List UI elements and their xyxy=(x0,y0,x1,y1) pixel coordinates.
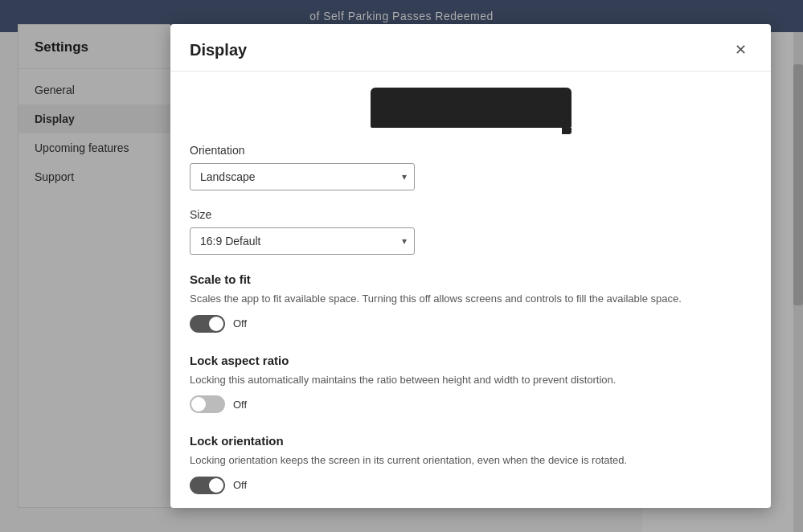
scale-to-fit-title: Scale to fit xyxy=(190,272,752,286)
modal-title: Display xyxy=(190,41,247,59)
size-section: Size 16:9 Default 4:3 16:10 ▾ xyxy=(190,208,752,255)
lock-orientation-toggle-row: Off xyxy=(190,477,752,494)
modal-body: Orientation Landscape Portrait ▾ Size 16… xyxy=(170,72,771,508)
lock-aspect-ratio-title: Lock aspect ratio xyxy=(190,354,752,367)
toggle-knob xyxy=(191,397,206,411)
lock-aspect-ratio-toggle[interactable] xyxy=(190,395,225,413)
display-settings-modal: Display ✕ Orientation Landscape Portrait… xyxy=(170,24,771,508)
scale-to-fit-toggle-row: Off xyxy=(190,315,752,333)
orientation-label: Orientation xyxy=(190,144,752,157)
lock-orientation-title: Lock orientation xyxy=(190,434,752,448)
lock-aspect-ratio-section: Lock aspect ratio Locking this automatic… xyxy=(190,354,752,414)
scale-to-fit-desc: Scales the app to fit available space. T… xyxy=(190,291,752,307)
orientation-select-wrapper: Landscape Portrait ▾ xyxy=(190,163,415,190)
orientation-section: Orientation Landscape Portrait ▾ xyxy=(190,144,752,190)
monitor-shape xyxy=(371,88,572,128)
scale-to-fit-toggle-label: Off xyxy=(233,317,247,329)
lock-aspect-ratio-toggle-label: Off xyxy=(233,399,247,411)
lock-aspect-ratio-toggle-row: Off xyxy=(190,395,752,413)
size-label: Size xyxy=(190,208,752,221)
orientation-select[interactable]: Landscape Portrait xyxy=(190,163,415,190)
toggle-knob xyxy=(209,317,223,331)
close-button[interactable]: ✕ xyxy=(729,39,752,61)
size-select-wrapper: 16:9 Default 4:3 16:10 ▾ xyxy=(190,227,415,255)
lock-orientation-desc: Locking orientation keeps the screen in … xyxy=(190,452,752,469)
scale-to-fit-section: Scale to fit Scales the app to fit avail… xyxy=(190,272,752,333)
lock-aspect-ratio-desc: Locking this automatically maintains the… xyxy=(190,372,752,388)
size-select[interactable]: 16:9 Default 4:3 16:10 xyxy=(190,227,415,255)
lock-orientation-section: Lock orientation Locking orientation kee… xyxy=(190,434,752,494)
scale-to-fit-toggle[interactable] xyxy=(190,315,225,333)
lock-orientation-toggle[interactable] xyxy=(190,477,225,494)
monitor-illustration xyxy=(190,88,752,128)
toggle-knob xyxy=(209,478,223,493)
lock-orientation-toggle-label: Off xyxy=(233,479,247,491)
modal-header: Display ✕ xyxy=(170,24,771,72)
